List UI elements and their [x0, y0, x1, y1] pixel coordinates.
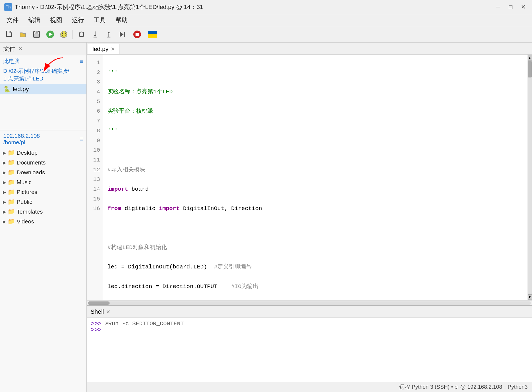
- toolbar: [0, 26, 532, 43]
- folder-icon-public: 📁: [8, 198, 15, 205]
- app-icon: Th: [4, 3, 12, 11]
- expand-icon-public: ▶: [3, 199, 6, 205]
- expand-icon-downloads: ▶: [3, 170, 6, 175]
- folder-label-downloads: Downloads: [17, 169, 45, 176]
- expand-icon-music: ▶: [3, 180, 6, 185]
- svg-point-9: [61, 31, 67, 38]
- remote-menu-icon[interactable]: ≡: [80, 136, 83, 143]
- svg-rect-6: [34, 34, 39, 37]
- maximize-button[interactable]: □: [506, 3, 515, 11]
- toolbar-separator-1: [73, 30, 73, 39]
- file-item-led-py[interactable]: 🐍 led.py: [0, 84, 86, 94]
- shell-tab-label: Shell: [91, 308, 104, 315]
- debug-button[interactable]: [58, 28, 70, 40]
- shell-area: Shell ✕ >>> %Run -c $EDITOR_CONTENT >>>: [87, 305, 532, 382]
- status-text: 远程 Python 3 (SSH) • pi @ 192.168.2.108：P…: [399, 383, 528, 391]
- vscroll-thumb[interactable]: [528, 61, 532, 77]
- line-numbers: 12345 678910 1112131415 16: [87, 55, 103, 300]
- shell-tab: Shell ✕: [87, 306, 532, 318]
- folder-videos[interactable]: ▶ 📁 Videos: [0, 217, 86, 226]
- menu-view[interactable]: 视图: [46, 14, 67, 26]
- menu-bar: 文件 编辑 视图 运行 工具 帮助: [0, 14, 532, 26]
- shell-prompt-2: >>>: [91, 327, 101, 333]
- step-out-button[interactable]: [103, 28, 115, 40]
- expand-icon-templates: ▶: [3, 209, 6, 214]
- editor-tab-led-py[interactable]: led.py ✕: [88, 44, 119, 54]
- close-button[interactable]: ✕: [519, 3, 528, 11]
- open-button[interactable]: [17, 28, 29, 40]
- code-editor[interactable]: ''' 实验名称：点亮第1个LED 实验平台：核桃派 ''' #导入相关模块 i…: [103, 55, 527, 300]
- menu-tools[interactable]: 工具: [89, 14, 110, 26]
- resume-button[interactable]: [116, 28, 128, 40]
- new-file-button[interactable]: [3, 28, 15, 40]
- this-pc-section: 此电脑 ≡ D:\02-示例程序\1.基础实验\1.点亮第1个LED 🐍 led…: [0, 55, 86, 130]
- folder-desktop[interactable]: ▶ 📁 Desktop: [0, 148, 86, 158]
- remote-address: 192.168.2.108 /home/pi: [3, 133, 40, 146]
- expand-icon-documents: ▶: [3, 160, 6, 165]
- vscroll-up-button[interactable]: ▲: [528, 55, 532, 61]
- folder-icon-music: 📁: [8, 179, 15, 186]
- svg-rect-33: [148, 34, 157, 38]
- folder-downloads[interactable]: ▶ 📁 Downloads: [0, 167, 86, 177]
- expand-icon-videos: ▶: [3, 219, 6, 224]
- svg-rect-32: [148, 31, 157, 34]
- folder-label-videos: Videos: [17, 218, 34, 225]
- folder-templates[interactable]: ▶ 📁 Templates: [0, 207, 86, 217]
- folder-documents[interactable]: ▶ 📁 Documents: [0, 158, 86, 167]
- editor-hscroll[interactable]: [87, 300, 532, 305]
- folder-icon-documents: 📁: [8, 159, 15, 166]
- file-tab-close[interactable]: ✕: [19, 46, 23, 52]
- file-tab-label: 文件: [3, 45, 15, 53]
- save-button[interactable]: [31, 28, 43, 40]
- python-file-icon: 🐍: [3, 86, 11, 93]
- step-over-button[interactable]: [76, 28, 88, 40]
- this-pc-label: 此电脑: [3, 58, 20, 65]
- svg-rect-5: [35, 31, 36, 33]
- folder-label-music: Music: [17, 179, 32, 185]
- shell-tab-close[interactable]: ✕: [106, 309, 110, 315]
- folder-icon-pictures: 📁: [8, 188, 15, 196]
- shell-content[interactable]: >>> %Run -c $EDITOR_CONTENT >>>: [87, 318, 532, 382]
- folder-label-documents: Documents: [17, 159, 46, 166]
- svg-marker-26: [107, 32, 110, 33]
- status-bar: 远程 Python 3 (SSH) • pi @ 192.168.2.108：P…: [87, 382, 532, 392]
- editor-vscroll[interactable]: ▲ ▼: [527, 55, 532, 300]
- step-into-button[interactable]: [89, 28, 101, 40]
- stop-button[interactable]: [131, 28, 143, 40]
- remote-path: /home/pi: [3, 139, 40, 146]
- run-button[interactable]: [44, 28, 56, 40]
- editor-tab-close[interactable]: ✕: [111, 46, 115, 52]
- folder-label-public: Public: [17, 199, 32, 205]
- editor-area: led.py ✕ 12345 678910 1112131415 16 ''' …: [87, 43, 532, 305]
- folder-public[interactable]: ▶ 📁 Public: [0, 197, 86, 207]
- hscroll-thumb[interactable]: [88, 301, 110, 305]
- vscroll-track[interactable]: [528, 61, 532, 294]
- menu-edit[interactable]: 编辑: [24, 14, 45, 26]
- svg-marker-23: [94, 35, 97, 37]
- folder-music[interactable]: ▶ 📁 Music: [0, 177, 86, 187]
- shell-line-1: >>> %Run -c $EDITOR_CONTENT: [91, 321, 528, 327]
- title-bar-left: Th Thonny - D:\02-示例程序\1.基础实验\1.点亮第1个LED…: [4, 3, 203, 11]
- svg-rect-31: [136, 33, 139, 36]
- shell-prompt-1: >>>: [91, 321, 101, 327]
- flag-button[interactable]: [146, 28, 158, 40]
- folder-label-desktop: Desktop: [17, 149, 38, 156]
- minimize-button[interactable]: ─: [494, 3, 503, 11]
- menu-help[interactable]: 帮助: [111, 14, 132, 26]
- folder-pictures[interactable]: ▶ 📁 Pictures: [0, 187, 86, 197]
- title-bar-text: Thonny - D:\02-示例程序\1.基础实验\1.点亮第1个LED\le…: [15, 3, 203, 11]
- folder-icon-templates: 📁: [8, 208, 15, 215]
- folder-icon-videos: 📁: [8, 218, 15, 225]
- menu-run[interactable]: 运行: [68, 14, 88, 26]
- editor-tabs: led.py ✕: [87, 43, 532, 55]
- title-bar-controls: ─ □ ✕: [494, 3, 528, 11]
- shell-line-2: >>>: [91, 327, 528, 333]
- menu-file[interactable]: 文件: [2, 14, 23, 26]
- title-bar: Th Thonny - D:\02-示例程序\1.基础实验\1.点亮第1个LED…: [0, 0, 532, 14]
- folder-icon-desktop: 📁: [8, 149, 15, 156]
- file-panel-tab: 文件 ✕: [0, 43, 86, 55]
- vscroll-down-button[interactable]: ▼: [528, 294, 532, 300]
- hscroll-track[interactable]: [88, 301, 531, 305]
- editor-content[interactable]: 12345 678910 1112131415 16 ''' 实验名称：点亮第1…: [87, 55, 532, 300]
- this-pc-menu-icon[interactable]: ≡: [80, 58, 83, 65]
